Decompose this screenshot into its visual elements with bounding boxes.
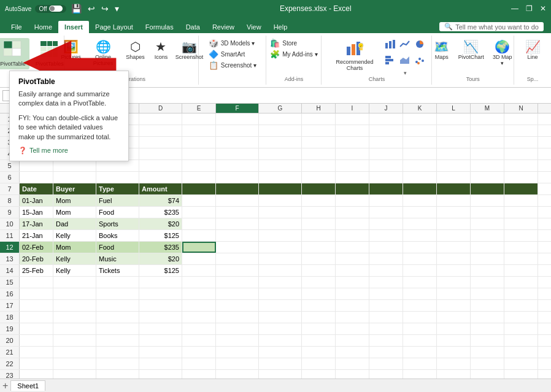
cell[interactable]: 21-Jan bbox=[20, 230, 53, 241]
cell[interactable] bbox=[336, 265, 369, 276]
cell[interactable] bbox=[139, 300, 182, 311]
line-chart-button[interactable] bbox=[398, 38, 412, 53]
cell[interactable] bbox=[369, 312, 403, 323]
cell[interactable] bbox=[504, 172, 538, 183]
maps-button[interactable]: 🗺️ Maps bbox=[430, 38, 454, 63]
cell[interactable] bbox=[302, 148, 336, 159]
cell[interactable] bbox=[259, 125, 302, 136]
cell[interactable] bbox=[471, 195, 504, 206]
cell[interactable] bbox=[259, 230, 302, 241]
cell[interactable] bbox=[471, 265, 504, 276]
column-chart-button[interactable] bbox=[383, 38, 397, 53]
cell[interactable] bbox=[182, 207, 216, 218]
cell[interactable]: Mom bbox=[53, 207, 96, 218]
cell[interactable] bbox=[259, 218, 302, 229]
cell[interactable] bbox=[403, 172, 437, 183]
cell[interactable] bbox=[369, 230, 403, 241]
cell[interactable] bbox=[216, 230, 259, 241]
cell[interactable] bbox=[403, 277, 437, 288]
cell[interactable] bbox=[259, 113, 302, 125]
cell[interactable] bbox=[336, 195, 369, 206]
cell[interactable]: $125 bbox=[139, 265, 182, 276]
cell[interactable] bbox=[139, 125, 182, 136]
cell[interactable] bbox=[302, 172, 336, 183]
cell[interactable]: $74 bbox=[139, 195, 182, 206]
search-bar[interactable]: 🔍 Tell me what you want to do bbox=[439, 22, 544, 31]
cell[interactable] bbox=[96, 335, 139, 346]
cell[interactable] bbox=[437, 160, 471, 171]
cell[interactable] bbox=[302, 265, 336, 276]
bar-chart-button[interactable] bbox=[383, 54, 397, 69]
cell[interactable] bbox=[336, 358, 369, 369]
cell[interactable] bbox=[216, 137, 259, 148]
cell[interactable]: $125 bbox=[139, 230, 182, 241]
cell[interactable] bbox=[437, 242, 471, 253]
cell[interactable] bbox=[53, 300, 96, 311]
cell[interactable] bbox=[369, 160, 403, 171]
cell[interactable] bbox=[504, 323, 538, 334]
cell[interactable] bbox=[403, 265, 437, 276]
cell[interactable] bbox=[182, 242, 216, 253]
cell[interactable] bbox=[302, 183, 336, 194]
cell[interactable] bbox=[302, 335, 336, 346]
3d-map-button[interactable]: 🌍 3D Map ▾ bbox=[488, 38, 517, 69]
cell[interactable] bbox=[471, 277, 504, 288]
cell[interactable] bbox=[403, 253, 437, 264]
cell[interactable] bbox=[471, 242, 504, 253]
cell[interactable] bbox=[182, 277, 216, 288]
cell[interactable] bbox=[336, 253, 369, 264]
cell[interactable] bbox=[403, 160, 437, 171]
cell[interactable] bbox=[182, 137, 216, 148]
cell[interactable] bbox=[336, 335, 369, 346]
cell[interactable] bbox=[259, 183, 302, 194]
cell[interactable] bbox=[302, 288, 336, 299]
cell[interactable] bbox=[96, 172, 139, 183]
cell[interactable] bbox=[504, 300, 538, 311]
cell[interactable] bbox=[437, 347, 471, 358]
tab-insert[interactable]: Insert bbox=[58, 21, 89, 33]
cell[interactable] bbox=[369, 277, 403, 288]
col-D[interactable]: D bbox=[139, 104, 182, 113]
cell[interactable] bbox=[259, 195, 302, 206]
cell[interactable] bbox=[216, 207, 259, 218]
cell[interactable] bbox=[471, 230, 504, 241]
cell[interactable] bbox=[302, 242, 336, 253]
col-E[interactable]: E bbox=[182, 104, 216, 113]
cell[interactable] bbox=[182, 172, 216, 183]
cell[interactable] bbox=[437, 323, 471, 334]
formula-input[interactable] bbox=[63, 92, 549, 99]
cell[interactable] bbox=[336, 347, 369, 358]
cell[interactable] bbox=[369, 172, 403, 183]
cell[interactable] bbox=[53, 358, 96, 369]
line-sparkline-button[interactable]: 📈 Line bbox=[520, 38, 545, 63]
cell[interactable] bbox=[471, 347, 504, 358]
cell[interactable]: $20 bbox=[139, 218, 182, 229]
window-controls[interactable]: — ❐ ✕ bbox=[511, 4, 546, 13]
cell[interactable] bbox=[369, 207, 403, 218]
cell[interactable] bbox=[471, 125, 504, 136]
cell[interactable] bbox=[504, 113, 538, 125]
cell[interactable] bbox=[182, 288, 216, 299]
cell[interactable] bbox=[336, 172, 369, 183]
cell[interactable] bbox=[437, 218, 471, 229]
cell[interactable]: Kelly bbox=[53, 265, 96, 276]
cell[interactable] bbox=[259, 323, 302, 334]
tab-review[interactable]: Review bbox=[206, 21, 241, 33]
recommended-charts-button[interactable]: ✓ Recommended Charts bbox=[326, 38, 382, 74]
cell[interactable] bbox=[302, 277, 336, 288]
cell[interactable] bbox=[20, 335, 53, 346]
col-L[interactable]: L bbox=[437, 104, 471, 113]
cell[interactable] bbox=[437, 358, 471, 369]
cell[interactable] bbox=[216, 113, 259, 125]
cell[interactable] bbox=[20, 312, 53, 323]
cell[interactable] bbox=[471, 288, 504, 299]
cell[interactable] bbox=[504, 230, 538, 241]
cell[interactable] bbox=[369, 253, 403, 264]
cell[interactable] bbox=[336, 160, 369, 171]
cell[interactable] bbox=[369, 347, 403, 358]
cell[interactable] bbox=[471, 358, 504, 369]
cell[interactable] bbox=[471, 253, 504, 264]
cell[interactable] bbox=[504, 253, 538, 264]
cell[interactable] bbox=[139, 323, 182, 334]
cell[interactable] bbox=[504, 347, 538, 358]
